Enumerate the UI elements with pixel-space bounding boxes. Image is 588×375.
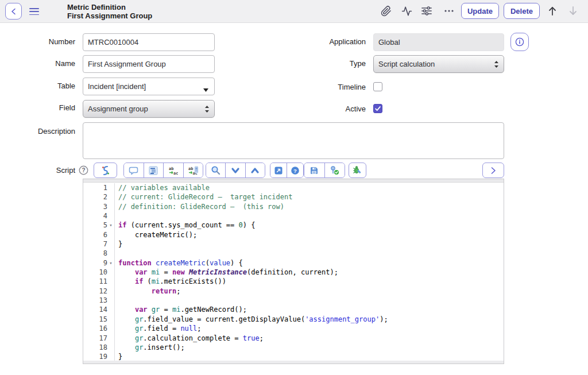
scroll-down-icon[interactable] [567, 5, 579, 17]
edit-toolbar-group: ab ac ab ac [123, 163, 203, 178]
code-line[interactable]: 9▾function createMetric(value) { [83, 258, 504, 268]
save-icon [310, 166, 319, 175]
code-text: if (mi.metricExists()) [115, 277, 226, 286]
svg-text:?: ? [82, 167, 85, 173]
line-number: 14 [83, 305, 107, 314]
code-line[interactable]: 8 [83, 249, 504, 258]
code-text: gr.insert(); [115, 343, 185, 352]
fold-gutter [107, 296, 115, 305]
code-line[interactable]: 11 if (mi.metricExists()) [83, 277, 504, 286]
fold-arrow-icon[interactable]: ▾ [107, 221, 115, 230]
chevron-left-icon [10, 8, 17, 15]
code-line[interactable]: 17 gr.calculation_complete = true; [83, 334, 504, 343]
code-line[interactable]: 14 var gr = mi.getNewRecord(); [83, 305, 504, 314]
editor-help-button[interactable]: ? [287, 163, 303, 177]
line-number: 1 [83, 183, 107, 192]
number-label: Number [0, 37, 75, 46]
table-dropdown[interactable]: Incident [incident] [83, 78, 215, 95]
name-label: Name [0, 59, 75, 68]
chevron-right-icon [489, 167, 497, 175]
replace-button[interactable]: ab ac [163, 163, 183, 177]
field-help-icon[interactable]: ? [79, 165, 88, 175]
line-number: 9 [83, 258, 107, 268]
toggle-comment-button[interactable] [124, 163, 144, 177]
field-value: Assignment group [88, 105, 148, 113]
field-label: Field [0, 103, 75, 112]
svg-text:ab: ab [169, 166, 173, 171]
fold-gutter [107, 230, 115, 239]
fold-gutter [107, 334, 115, 343]
application-value: Global [378, 38, 400, 47]
delete-button[interactable]: Delete [504, 3, 540, 19]
code-line[interactable]: 3// definition: GlideRecord – (this row) [83, 202, 504, 211]
scroll-up-icon[interactable] [546, 5, 559, 17]
code-line[interactable]: 13 [83, 296, 504, 305]
fold-gutter [107, 192, 115, 202]
description-textarea[interactable] [83, 122, 504, 159]
page-title: Metric Definition First Assignment Group [67, 3, 152, 20]
code-line[interactable]: 4 [83, 211, 504, 221]
code-line[interactable]: 16 gr.field = null; [83, 324, 504, 333]
replace-all-button[interactable]: ab ac [183, 163, 203, 177]
code-line[interactable]: 18 gr.insert(); [83, 343, 504, 352]
find-previous-button[interactable] [245, 163, 265, 177]
comment-icon [129, 166, 138, 175]
timeline-label: Timeline [281, 83, 366, 91]
format-code-button[interactable] [144, 163, 164, 177]
type-select[interactable]: Script calculation [373, 55, 504, 73]
more-options-icon[interactable] [443, 5, 455, 17]
check-icon [374, 104, 382, 113]
fold-gutter [107, 287, 115, 296]
table-label: Table [0, 82, 75, 90]
code-area[interactable]: 1// variables available2// current: Glid… [83, 183, 504, 362]
find-next-button[interactable] [225, 163, 245, 177]
save-button[interactable] [304, 163, 324, 177]
code-text: // definition: GlideRecord – (this row) [115, 202, 284, 211]
code-line[interactable]: 7} [83, 239, 504, 249]
attachment-icon[interactable] [380, 5, 392, 17]
check-syntax-button[interactable] [324, 163, 345, 177]
save-toolbar-group [304, 163, 345, 178]
number-input[interactable] [83, 33, 215, 51]
back-button[interactable] [5, 3, 22, 20]
update-button[interactable]: Update [461, 3, 499, 19]
code-line[interactable]: 2// current: GlideRecord – target incide… [83, 192, 504, 202]
code-line[interactable]: 12 return; [83, 287, 504, 296]
application-info-button[interactable] [510, 33, 529, 51]
activity-stream-icon[interactable] [400, 5, 413, 17]
metric-definition-form: Metric Definition First Assignment Group… [0, 0, 588, 375]
code-line[interactable]: 10 var mi = new MetricInstance(definitio… [83, 268, 504, 277]
search-button[interactable] [206, 163, 225, 177]
field-select[interactable]: Assignment group [83, 100, 215, 118]
info-icon [515, 37, 524, 47]
line-number: 15 [83, 315, 107, 324]
active-checkbox[interactable] [373, 104, 382, 113]
name-input[interactable] [83, 55, 215, 73]
fold-gutter [107, 277, 115, 286]
form-header: Metric Definition First Assignment Group… [0, 0, 588, 23]
type-label: Type [281, 59, 366, 68]
fold-arrow-icon[interactable]: ▾ [107, 258, 115, 268]
line-number: 4 [83, 211, 107, 221]
open-in-editor-button[interactable] [270, 163, 287, 177]
search-icon [211, 165, 220, 175]
debug-icon [353, 165, 362, 175]
expand-editor-button[interactable] [482, 163, 504, 178]
select-arrows-icon [204, 105, 210, 115]
menu-icon[interactable] [29, 8, 39, 15]
code-line[interactable]: 15 gr.field_value = current.getDisplayVa… [83, 315, 504, 324]
code-text: // variables available [115, 183, 210, 192]
fold-gutter [107, 183, 115, 192]
syntax-highlight-button[interactable] [94, 163, 117, 178]
caret-down-icon [203, 85, 208, 94]
replace-all-icon: ab ac [188, 166, 198, 175]
code-text: gr.field = null; [115, 324, 202, 333]
script-label: Script [0, 166, 75, 175]
personalize-form-icon[interactable] [420, 5, 433, 17]
code-line[interactable]: 1// variables available [83, 183, 504, 192]
code-line[interactable]: 5▾if (current.sys_mod_count == 0) { [83, 221, 504, 230]
code-line[interactable]: 6 createMetric(); [83, 230, 504, 239]
start-debugging-button[interactable] [349, 163, 366, 178]
check-syntax-icon [330, 165, 339, 175]
timeline-checkbox[interactable] [373, 82, 382, 91]
